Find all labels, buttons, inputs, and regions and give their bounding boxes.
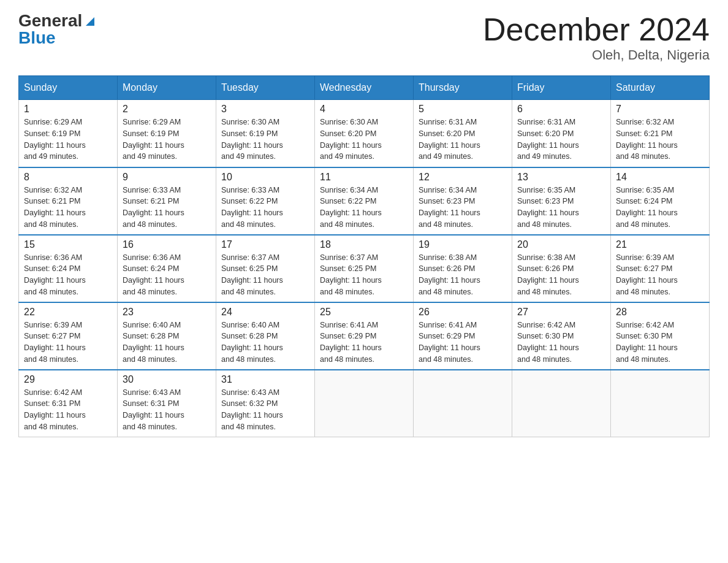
- day-number: 1: [24, 104, 112, 115]
- table-row: 29 Sunrise: 6:42 AM Sunset: 6:31 PM Dayl…: [19, 370, 118, 437]
- day-number: 5: [419, 104, 507, 115]
- day-info: Sunrise: 6:41 AM Sunset: 6:29 PM Dayligh…: [419, 320, 507, 366]
- day-info: Sunrise: 6:42 AM Sunset: 6:30 PM Dayligh…: [616, 320, 704, 366]
- table-row: 10 Sunrise: 6:33 AM Sunset: 6:22 PM Dayl…: [216, 167, 315, 235]
- table-row: [512, 370, 611, 437]
- logo-blue-text: Blue: [18, 29, 56, 47]
- table-row: 16 Sunrise: 6:36 AM Sunset: 6:24 PM Dayl…: [118, 235, 216, 302]
- table-row: 18 Sunrise: 6:37 AM Sunset: 6:25 PM Dayl…: [315, 235, 414, 302]
- location: Oleh, Delta, Nigeria: [483, 47, 710, 63]
- table-row: 6 Sunrise: 6:31 AM Sunset: 6:20 PM Dayli…: [512, 100, 611, 167]
- table-row: 15 Sunrise: 6:36 AM Sunset: 6:24 PM Dayl…: [19, 235, 118, 302]
- day-info: Sunrise: 6:41 AM Sunset: 6:29 PM Dayligh…: [320, 320, 408, 366]
- title-section: December 2024 Oleh, Delta, Nigeria: [483, 12, 710, 63]
- table-row: [315, 370, 414, 437]
- day-info: Sunrise: 6:40 AM Sunset: 6:28 PM Dayligh…: [221, 320, 309, 366]
- calendar-week-row: 22 Sunrise: 6:39 AM Sunset: 6:27 PM Dayl…: [19, 302, 710, 370]
- day-number: 15: [24, 239, 112, 250]
- table-row: 8 Sunrise: 6:32 AM Sunset: 6:21 PM Dayli…: [19, 167, 118, 235]
- day-info: Sunrise: 6:37 AM Sunset: 6:25 PM Dayligh…: [221, 252, 309, 298]
- table-row: 27 Sunrise: 6:42 AM Sunset: 6:30 PM Dayl…: [512, 302, 611, 370]
- table-row: 20 Sunrise: 6:38 AM Sunset: 6:26 PM Dayl…: [512, 235, 611, 302]
- day-info: Sunrise: 6:35 AM Sunset: 6:24 PM Dayligh…: [616, 185, 704, 231]
- calendar-table: Sunday Monday Tuesday Wednesday Thursday…: [18, 75, 710, 437]
- day-number: 30: [123, 374, 211, 385]
- day-info: Sunrise: 6:29 AM Sunset: 6:19 PM Dayligh…: [24, 117, 112, 163]
- day-info: Sunrise: 6:33 AM Sunset: 6:21 PM Dayligh…: [123, 185, 211, 231]
- day-number: 12: [419, 172, 507, 183]
- day-number: 19: [419, 239, 507, 250]
- day-info: Sunrise: 6:31 AM Sunset: 6:20 PM Dayligh…: [419, 117, 507, 163]
- logo-triangle-icon: [83, 15, 97, 28]
- col-monday: Monday: [118, 76, 216, 100]
- table-row: 2 Sunrise: 6:29 AM Sunset: 6:19 PM Dayli…: [118, 100, 216, 167]
- day-info: Sunrise: 6:43 AM Sunset: 6:32 PM Dayligh…: [221, 387, 309, 433]
- day-info: Sunrise: 6:29 AM Sunset: 6:19 PM Dayligh…: [123, 117, 211, 163]
- table-row: [414, 370, 512, 437]
- day-info: Sunrise: 6:40 AM Sunset: 6:28 PM Dayligh…: [123, 320, 211, 366]
- col-friday: Friday: [512, 76, 611, 100]
- day-info: Sunrise: 6:34 AM Sunset: 6:23 PM Dayligh…: [419, 185, 507, 231]
- day-info: Sunrise: 6:30 AM Sunset: 6:20 PM Dayligh…: [320, 117, 408, 163]
- day-number: 7: [616, 104, 704, 115]
- day-number: 3: [221, 104, 309, 115]
- day-info: Sunrise: 6:32 AM Sunset: 6:21 PM Dayligh…: [24, 185, 112, 231]
- month-title: December 2024: [483, 12, 710, 47]
- table-row: 3 Sunrise: 6:30 AM Sunset: 6:19 PM Dayli…: [216, 100, 315, 167]
- table-row: 31 Sunrise: 6:43 AM Sunset: 6:32 PM Dayl…: [216, 370, 315, 437]
- page-header: General Blue December 2024 Oleh, Delta, …: [18, 12, 710, 63]
- table-row: 17 Sunrise: 6:37 AM Sunset: 6:25 PM Dayl…: [216, 235, 315, 302]
- table-row: 28 Sunrise: 6:42 AM Sunset: 6:30 PM Dayl…: [611, 302, 710, 370]
- day-info: Sunrise: 6:37 AM Sunset: 6:25 PM Dayligh…: [320, 252, 408, 298]
- col-thursday: Thursday: [414, 76, 512, 100]
- day-info: Sunrise: 6:32 AM Sunset: 6:21 PM Dayligh…: [616, 117, 704, 163]
- table-row: 12 Sunrise: 6:34 AM Sunset: 6:23 PM Dayl…: [414, 167, 512, 235]
- day-number: 25: [320, 307, 408, 318]
- day-info: Sunrise: 6:36 AM Sunset: 6:24 PM Dayligh…: [123, 252, 211, 298]
- day-number: 21: [616, 239, 704, 250]
- col-wednesday: Wednesday: [315, 76, 414, 100]
- table-row: 7 Sunrise: 6:32 AM Sunset: 6:21 PM Dayli…: [611, 100, 710, 167]
- table-row: 13 Sunrise: 6:35 AM Sunset: 6:23 PM Dayl…: [512, 167, 611, 235]
- day-info: Sunrise: 6:38 AM Sunset: 6:26 PM Dayligh…: [419, 252, 507, 298]
- day-info: Sunrise: 6:35 AM Sunset: 6:23 PM Dayligh…: [517, 185, 605, 231]
- table-row: [611, 370, 710, 437]
- logo: General Blue: [18, 12, 97, 47]
- day-number: 20: [517, 239, 605, 250]
- day-info: Sunrise: 6:31 AM Sunset: 6:20 PM Dayligh…: [517, 117, 605, 163]
- day-number: 9: [123, 172, 211, 183]
- table-row: 30 Sunrise: 6:43 AM Sunset: 6:31 PM Dayl…: [118, 370, 216, 437]
- logo-general-text: General: [18, 12, 82, 29]
- day-info: Sunrise: 6:36 AM Sunset: 6:24 PM Dayligh…: [24, 252, 112, 298]
- day-number: 2: [123, 104, 211, 115]
- day-info: Sunrise: 6:43 AM Sunset: 6:31 PM Dayligh…: [123, 387, 211, 433]
- table-row: 25 Sunrise: 6:41 AM Sunset: 6:29 PM Dayl…: [315, 302, 414, 370]
- table-row: 1 Sunrise: 6:29 AM Sunset: 6:19 PM Dayli…: [19, 100, 118, 167]
- table-row: 19 Sunrise: 6:38 AM Sunset: 6:26 PM Dayl…: [414, 235, 512, 302]
- table-row: 9 Sunrise: 6:33 AM Sunset: 6:21 PM Dayli…: [118, 167, 216, 235]
- day-number: 24: [221, 307, 309, 318]
- table-row: 22 Sunrise: 6:39 AM Sunset: 6:27 PM Dayl…: [19, 302, 118, 370]
- table-row: 26 Sunrise: 6:41 AM Sunset: 6:29 PM Dayl…: [414, 302, 512, 370]
- day-number: 22: [24, 307, 112, 318]
- day-number: 23: [123, 307, 211, 318]
- day-number: 13: [517, 172, 605, 183]
- day-info: Sunrise: 6:33 AM Sunset: 6:22 PM Dayligh…: [221, 185, 309, 231]
- calendar-week-row: 8 Sunrise: 6:32 AM Sunset: 6:21 PM Dayli…: [19, 167, 710, 235]
- day-number: 6: [517, 104, 605, 115]
- day-number: 14: [616, 172, 704, 183]
- calendar-week-row: 29 Sunrise: 6:42 AM Sunset: 6:31 PM Dayl…: [19, 370, 710, 437]
- table-row: 23 Sunrise: 6:40 AM Sunset: 6:28 PM Dayl…: [118, 302, 216, 370]
- day-info: Sunrise: 6:42 AM Sunset: 6:31 PM Dayligh…: [24, 387, 112, 433]
- table-row: 14 Sunrise: 6:35 AM Sunset: 6:24 PM Dayl…: [611, 167, 710, 235]
- svg-marker-0: [86, 17, 94, 26]
- calendar-header-row: Sunday Monday Tuesday Wednesday Thursday…: [19, 76, 710, 100]
- table-row: 5 Sunrise: 6:31 AM Sunset: 6:20 PM Dayli…: [414, 100, 512, 167]
- day-number: 18: [320, 239, 408, 250]
- day-number: 27: [517, 307, 605, 318]
- day-number: 4: [320, 104, 408, 115]
- table-row: 4 Sunrise: 6:30 AM Sunset: 6:20 PM Dayli…: [315, 100, 414, 167]
- day-number: 11: [320, 172, 408, 183]
- day-info: Sunrise: 6:39 AM Sunset: 6:27 PM Dayligh…: [616, 252, 704, 298]
- day-number: 26: [419, 307, 507, 318]
